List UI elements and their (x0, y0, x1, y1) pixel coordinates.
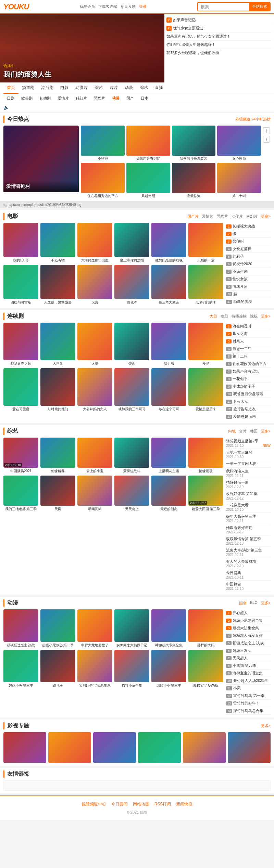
nav-tab-r2-7[interactable]: 国产 (123, 94, 137, 103)
variety-sidebar-item-13[interactable]: 中国舞台2021-12-10 (226, 581, 271, 592)
movie-sidebar-item-7[interactable]: 8愉悦女孩 (226, 275, 271, 283)
anime-sidebar-item-3[interactable]: 4超极超人海发女孩 (226, 632, 271, 639)
movie-item-11[interactable]: 老乡们门的季 (188, 265, 223, 305)
anime-item-r2-5[interactable]: 海棉宝宝 OVA版 (188, 650, 223, 688)
nav-item-member[interactable]: 优酷会员 (80, 4, 95, 9)
variety-item-6[interactable]: 我的三地老婆 第三季 (3, 476, 38, 511)
variety-item-1[interactable]: 仙缘解释 (40, 438, 75, 474)
nav-tab-r2-4[interactable]: 科幻片 (72, 94, 90, 103)
anime-item-r2-0[interactable]: 妈妈小鱼 第三季 (3, 650, 38, 688)
movie-item-7[interactable]: 人之殃，聚繁盛郡 (40, 265, 75, 305)
variety-item-3[interactable]: 蒙保位战斗 (114, 438, 149, 474)
movie-item-0[interactable]: 我的100分 (3, 223, 38, 263)
ds-4[interactable]: 5第十二叫 (226, 353, 271, 360)
drama-tab-0[interactable]: 大剧 (210, 314, 217, 319)
nav-tab-8[interactable]: 综艺 (136, 82, 151, 94)
logo[interactable]: YOUKU (3, 2, 29, 11)
anime-sidebar-item-9[interactable]: 10开心超人入场2021年 (226, 677, 271, 685)
subject-item-3[interactable] (138, 732, 181, 763)
movie-sidebar-item-4[interactable]: 5红彩子 (226, 253, 271, 260)
nav-tab-6[interactable]: 片片 (106, 82, 121, 94)
movie-item-8[interactable]: 火真 (77, 265, 112, 305)
anime-item-r1-3[interactable]: 实伸间之大侦探日记 (114, 609, 149, 648)
search-input[interactable] (198, 3, 249, 11)
variety-item-10[interactable]: 最近的朋友 (151, 476, 186, 511)
variety-sidebar-item-10[interactable]: 流失大 特演阶 第三集2021-12-11 (226, 547, 271, 558)
nav-tab-r2-2[interactable]: 其他剧 (36, 94, 54, 103)
drama-item-8[interactable]: 大公妹妈的女人 (77, 368, 112, 412)
nav-tab-1[interactable]: 频道剧 (18, 82, 38, 94)
nav-tab-r2-3[interactable]: 爱情片 (54, 94, 72, 103)
ds-2[interactable]: 3射杀人 (226, 338, 271, 345)
variety-sidebar-item-11[interactable]: 有人的大奔放成功2021-12-10 (226, 558, 271, 569)
drama-item-0[interactable]: 战场青春之歌 (3, 323, 38, 366)
movie-sidebar-item-10[interactable]: 11渐渐的步步 (226, 298, 271, 305)
hot-icon-1[interactable]: ⟨ (263, 127, 270, 134)
subject-item-2[interactable] (93, 732, 136, 763)
nav-tab-4[interactable]: 动漫片 (72, 82, 91, 94)
nav-item-download[interactable]: 下载客户端 (98, 4, 117, 9)
subject-item-4[interactable] (183, 732, 226, 763)
anime-sidebar-item-6[interactable]: 7天天超人 (226, 655, 271, 662)
variety-item-7[interactable]: 天网 (40, 476, 75, 511)
ds-0[interactable]: 1流在闻香时 (226, 323, 271, 330)
nav-item-feedback[interactable]: 意见反馈 (121, 4, 136, 9)
movie-sidebar-item-2[interactable]: 3盐印叫 (226, 238, 271, 245)
variety-sidebar-item-5[interactable]: 收到好评率 第21集2021-12-12 (226, 490, 271, 502)
movie-tab-4[interactable]: 科幻片 (246, 214, 258, 219)
movie-item-10[interactable]: 叁三角大聚会 (151, 265, 186, 305)
hot-sub-0[interactable]: 小秘密 (81, 126, 125, 161)
banner-side-item-5[interactable]: 我都多少分呢感谢，也俺们收待！ (166, 49, 272, 57)
movie-sidebar-item-0[interactable]: 1长缨视大决战 (226, 223, 271, 230)
hot-sub-6[interactable]: 流量总览 (172, 163, 216, 198)
anime-item-r2-2[interactable]: 宝贝比奇 宝贝总集总 (77, 650, 112, 688)
hot-sub-2[interactable]: 我爸当月份盘装装 (172, 126, 216, 161)
hot-sub-7[interactable]: 第二十叫 (217, 163, 261, 198)
nav-tab-r2-8[interactable]: 日本 (137, 94, 152, 103)
banner-side-item-4[interactable]: 你叫智宝出镜人生越来越好！ (166, 41, 272, 49)
drama-item-6[interactable]: 爱在哥里唐 (3, 368, 38, 412)
hot-main-item[interactable]: 爱情喜剧村 (3, 126, 79, 192)
variety-sidebar-item-8[interactable]: 她嫁给来好评期2021-12-12 (226, 524, 271, 535)
anime-sidebar-item-5[interactable]: 6超级三发女 (226, 647, 271, 655)
movie-sidebar-item-3[interactable]: 4决长厄捕棒 (226, 245, 271, 253)
anime-item-r1-1[interactable]: 超级小尼尔逊 第二季 (40, 609, 75, 648)
nav-tab-home[interactable]: 首页 (3, 82, 18, 94)
anime-tab-0[interactable]: 国创 (239, 600, 247, 606)
nav-item-login[interactable]: 登录 (139, 4, 147, 9)
movie-sidebar-item-1[interactable]: 2缘 (226, 230, 271, 238)
variety-item-9[interactable]: 天天向上 (114, 476, 149, 511)
anime-sidebar-item-4[interactable]: 5顿顿抵达之主 决战 (226, 639, 271, 647)
anime-sidebar-item-0[interactable]: 1开心超人 (226, 609, 271, 617)
footer-link-3[interactable]: RSS订阅 (154, 801, 171, 807)
banner-side-item-3[interactable]: 如果童声有记忆，优气少女全票通过！ (166, 33, 272, 41)
search-button[interactable]: 全站搜索 (249, 3, 270, 11)
ds-7[interactable]: 8一花似乎 (226, 375, 271, 383)
hot-sub-3[interactable]: 女心理师 (217, 126, 261, 161)
nav-tab-r2-5[interactable]: 恐怖片 (90, 94, 109, 103)
movie-item-9[interactable]: 白色洋 (114, 265, 149, 305)
nav-tab-r2-1[interactable]: 欧美剧 (18, 94, 36, 103)
variety-item-2[interactable]: 云上的小宝 (77, 438, 112, 474)
drama-item-1[interactable]: 大世界 (40, 323, 75, 366)
ds-11[interactable]: 12旅行告别之友 (226, 405, 271, 413)
anime-more[interactable]: 更多> (261, 600, 271, 606)
hot-sub-4[interactable]: 住在花园旁边的平方 (81, 163, 125, 198)
movie-tab-0[interactable]: 国产片 (187, 214, 199, 219)
ds-12[interactable]: 13爱情总是后来 (226, 413, 271, 420)
movie-tab-2[interactable]: 恐怖片 (217, 214, 228, 219)
movie-item-1[interactable]: 不老奇物 (40, 223, 75, 263)
footer-link-1[interactable]: 今日要闻 (111, 801, 128, 807)
variety-tab-2[interactable]: 韩国 (250, 429, 258, 434)
drama-item-9[interactable]: 就和我的三个哥哥 (114, 368, 149, 412)
variety-item-4[interactable]: 主播明花主播 (151, 438, 186, 474)
nav-tab-3[interactable]: 电影 (57, 82, 72, 94)
movie-sidebar-item-6[interactable]: 7不该生来 (226, 268, 271, 275)
variety-sidebar-item-0[interactable]: 骑驼视频直播第2季2021-12-10NEW (226, 438, 271, 449)
drama-item-10[interactable]: 冬在这个哥哥 (151, 368, 186, 412)
ds-10[interactable]: 11莱火大女 (226, 398, 271, 405)
ds-5[interactable]: 6住在花园旁边的平方 (226, 360, 271, 368)
movie-tab-3[interactable]: 动作片 (232, 214, 243, 219)
anime-item-r2-3[interactable]: 猫特小童全集 (114, 650, 149, 688)
ds-1[interactable]: 2拟女之海 (226, 330, 271, 338)
